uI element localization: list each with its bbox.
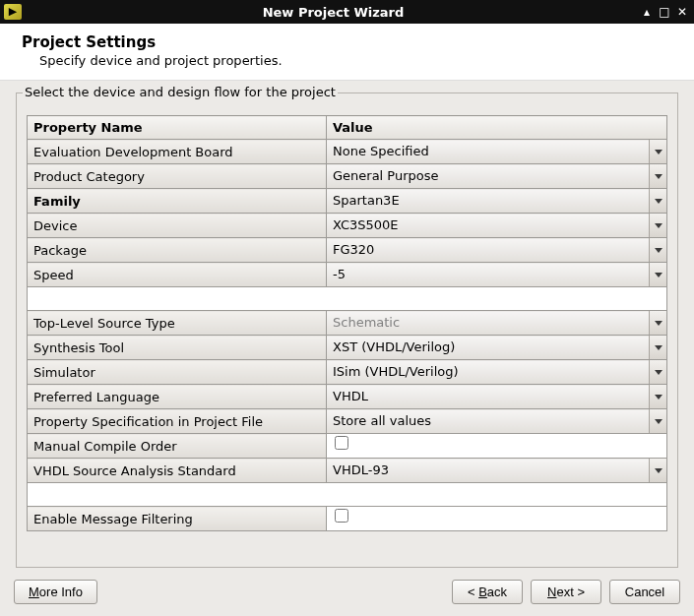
dropdown-arrow-icon[interactable] <box>649 214 666 237</box>
table-row: VHDL Source Analysis StandardVHDL-93 <box>28 459 667 483</box>
next-button[interactable]: Next > <box>531 580 601 604</box>
property-value-cell[interactable]: None Specified <box>327 140 667 164</box>
property-value: General Purpose <box>327 164 666 188</box>
property-value-cell: Schematic <box>327 311 667 336</box>
table-row: DeviceXC3S500E <box>28 214 667 238</box>
property-value-cell[interactable]: VHDL <box>327 385 667 409</box>
property-value-cell[interactable]: FG320 <box>327 238 667 263</box>
spacer-row <box>28 483 667 507</box>
titlebar: ▶ New Project Wizard ▴ □ ✕ <box>0 0 694 24</box>
page-subtitle: Specify device and project properties. <box>39 53 676 68</box>
property-label: Synthesis Tool <box>28 336 327 360</box>
property-label: Device <box>28 214 327 238</box>
close-button[interactable]: ✕ <box>674 4 690 20</box>
back-button[interactable]: < Back <box>452 580 523 604</box>
table-row: Product CategoryGeneral Purpose <box>28 164 667 189</box>
table-row: PackageFG320 <box>28 238 667 263</box>
table-row: Manual Compile Order <box>28 434 667 459</box>
cancel-button[interactable]: Cancel <box>609 580 680 604</box>
table-row: SimulatorISim (VHDL/Verilog) <box>28 360 667 385</box>
dropdown-arrow-icon[interactable] <box>649 189 666 213</box>
dropdown-arrow-icon[interactable] <box>649 238 666 262</box>
content-area: Select the device and design flow for th… <box>0 81 694 574</box>
table-row: Enable Message Filtering <box>28 507 667 531</box>
table-row: FamilySpartan3E <box>28 189 667 214</box>
property-value: Schematic <box>327 311 666 335</box>
table-row: Preferred LanguageVHDL <box>28 385 667 409</box>
property-value: FG320 <box>327 238 666 262</box>
property-value: XC3S500E <box>327 214 666 237</box>
property-label: Simulator <box>28 360 327 385</box>
property-label: Preferred Language <box>28 385 327 409</box>
dropdown-arrow-icon[interactable] <box>649 409 666 433</box>
property-label: Manual Compile Order <box>28 434 327 459</box>
dropdown-arrow-icon[interactable] <box>649 385 666 408</box>
wizard-footer: More Info < Back Next > Cancel <box>0 574 694 616</box>
window-body: Project Settings Specify device and proj… <box>0 24 694 616</box>
property-value-cell[interactable]: Store all values <box>327 409 667 434</box>
wizard-header: Project Settings Specify device and proj… <box>0 24 694 81</box>
property-value: None Specified <box>327 140 666 163</box>
table-row: Top-Level Source TypeSchematic <box>28 311 667 336</box>
property-value: VHDL-93 <box>327 459 666 482</box>
more-info-button[interactable]: More Info <box>14 580 97 604</box>
property-value: Store all values <box>327 409 666 433</box>
property-label: Product Category <box>28 164 327 189</box>
col-header-property: Property Name <box>28 116 327 140</box>
dropdown-arrow-icon[interactable] <box>649 459 666 482</box>
device-group: Select the device and design flow for th… <box>16 92 678 568</box>
group-legend: Select the device and design flow for th… <box>23 85 338 99</box>
property-label: VHDL Source Analysis Standard <box>28 459 327 483</box>
table-row: Evaluation Development BoardNone Specifi… <box>28 140 667 164</box>
window-title: New Project Wizard <box>30 5 637 20</box>
table-row: Synthesis ToolXST (VHDL/Verilog) <box>28 336 667 360</box>
property-value: XST (VHDL/Verilog) <box>327 336 666 359</box>
property-value-cell[interactable]: XC3S500E <box>327 214 667 238</box>
spacer-row <box>28 287 667 311</box>
table-row: Speed-5 <box>28 263 667 287</box>
property-value-cell[interactable]: XST (VHDL/Verilog) <box>327 336 667 360</box>
property-checkbox-cell[interactable] <box>327 434 667 459</box>
property-label: Top-Level Source Type <box>28 311 327 336</box>
dropdown-arrow-icon[interactable] <box>649 140 666 163</box>
property-checkbox-cell[interactable] <box>327 507 667 531</box>
property-value-cell[interactable]: ISim (VHDL/Verilog) <box>327 360 667 385</box>
checkbox[interactable] <box>335 436 348 450</box>
property-label: Property Specification in Project File <box>28 409 327 434</box>
rollup-button[interactable]: ▴ <box>639 4 655 20</box>
property-label: Evaluation Development Board <box>28 140 327 164</box>
col-header-value: Value <box>327 116 667 140</box>
property-value: ISim (VHDL/Verilog) <box>327 360 666 384</box>
dropdown-arrow-icon[interactable] <box>649 311 666 335</box>
property-value-cell[interactable]: Spartan3E <box>327 189 667 214</box>
property-value: VHDL <box>327 385 666 408</box>
maximize-button[interactable]: □ <box>657 4 672 20</box>
property-value-cell[interactable]: -5 <box>327 263 667 287</box>
property-value: -5 <box>327 263 666 286</box>
property-value-cell[interactable]: General Purpose <box>327 164 667 189</box>
property-label: Family <box>28 189 327 214</box>
table-row: Property Specification in Project FileSt… <box>28 409 667 434</box>
property-label: Speed <box>28 263 327 287</box>
property-value-cell[interactable]: VHDL-93 <box>327 459 667 483</box>
checkbox[interactable] <box>335 509 348 523</box>
dropdown-arrow-icon[interactable] <box>649 263 666 286</box>
table-header-row: Property Name Value <box>28 116 667 140</box>
dropdown-arrow-icon[interactable] <box>649 336 666 359</box>
property-label: Enable Message Filtering <box>28 507 327 531</box>
properties-table: Property Name Value Evaluation Developme… <box>27 115 667 531</box>
page-title: Project Settings <box>22 33 676 51</box>
property-value: Spartan3E <box>327 189 666 213</box>
dropdown-arrow-icon[interactable] <box>649 164 666 188</box>
app-icon: ▶ <box>4 4 22 20</box>
property-label: Package <box>28 238 327 263</box>
dropdown-arrow-icon[interactable] <box>649 360 666 384</box>
